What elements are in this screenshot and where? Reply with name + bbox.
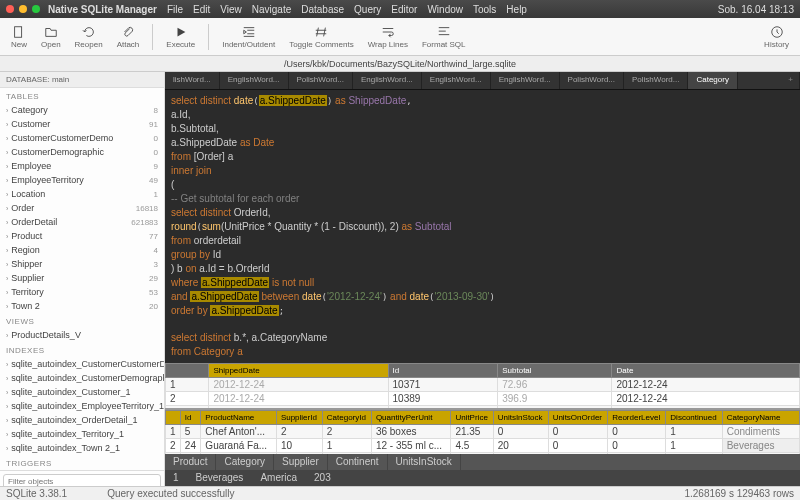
- menu-edit[interactable]: Edit: [193, 4, 210, 15]
- column-header[interactable]: CategoryName: [722, 410, 799, 424]
- table-item[interactable]: ›Supplier29: [0, 271, 164, 285]
- chevron-right-icon: ›: [6, 361, 8, 368]
- filter-input[interactable]: [3, 474, 161, 486]
- format-sql-button[interactable]: Format SQL: [417, 25, 471, 49]
- history-button[interactable]: History: [759, 25, 794, 49]
- add-tab-button[interactable]: +: [782, 72, 800, 89]
- table-item[interactable]: ›Customer91: [0, 117, 164, 131]
- editor-tab[interactable]: lishWord...: [165, 72, 220, 89]
- column-header[interactable]: Id: [180, 410, 201, 424]
- menu-navigate[interactable]: Navigate: [252, 4, 291, 15]
- table-item[interactable]: ›EmployeeTerritory49: [0, 173, 164, 187]
- editor-tab[interactable]: PolishWord...: [289, 72, 353, 89]
- close-icon[interactable]: [6, 5, 14, 13]
- index-item[interactable]: ›sqlite_autoindex_EmployeeTerritory_1: [0, 399, 164, 413]
- column-header[interactable]: ReorderLevel: [608, 410, 666, 424]
- menu-view[interactable]: View: [220, 4, 242, 15]
- menu-help[interactable]: Help: [506, 4, 527, 15]
- column-picker[interactable]: ProductCategorySupplierContinentUnitsInS…: [165, 454, 800, 470]
- toggle-comments-button[interactable]: Toggle Comments: [284, 25, 358, 49]
- picker-cell: America: [252, 470, 306, 486]
- table-item[interactable]: ›Employee9: [0, 159, 164, 173]
- table-row[interactable]: 22012-12-2410389396.92012-12-24: [166, 392, 800, 406]
- column-header[interactable]: ProductName: [201, 410, 277, 424]
- menu-query[interactable]: Query: [354, 4, 381, 15]
- editor-tab[interactable]: EnglishWord...: [220, 72, 289, 89]
- table-item[interactable]: ›Category8: [0, 103, 164, 117]
- index-item[interactable]: ›sqlite_autoindex_Customer_1: [0, 385, 164, 399]
- table-item[interactable]: ›OrderDetail621883: [0, 215, 164, 229]
- results-grid-1[interactable]: ShippedDateIdSubtotalDate12012-12-241037…: [165, 363, 800, 408]
- table-item[interactable]: ›Town 220: [0, 299, 164, 313]
- table-item[interactable]: ›Location1: [0, 187, 164, 201]
- svg-rect-0: [15, 26, 22, 37]
- index-item[interactable]: ›sqlite_autoindex_CustomerDemographic_1: [0, 371, 164, 385]
- new-button[interactable]: New: [6, 25, 32, 49]
- sql-editor[interactable]: select distinct date(a.ShippedDate) as S…: [165, 90, 800, 363]
- table-item[interactable]: ›Order16818: [0, 201, 164, 215]
- column-header[interactable]: [166, 364, 209, 378]
- chevron-right-icon: ›: [6, 163, 8, 170]
- picker-col[interactable]: Supplier: [274, 454, 328, 470]
- open-button[interactable]: Open: [36, 25, 66, 49]
- table-item[interactable]: ›Product77: [0, 229, 164, 243]
- column-header[interactable]: [166, 410, 181, 424]
- indent-button[interactable]: Indent/Outdent: [217, 25, 280, 49]
- app-name: Native SQLite Manager: [48, 4, 157, 15]
- picker-col[interactable]: Category: [216, 454, 274, 470]
- index-item[interactable]: ›sqlite_autoindex_OrderDetail_1: [0, 413, 164, 427]
- picker-col[interactable]: Product: [165, 454, 216, 470]
- index-item[interactable]: ›sqlite_autoindex_Territory_1: [0, 427, 164, 441]
- index-item[interactable]: ›sqlite_autoindex_Town 2_1: [0, 441, 164, 455]
- menu-tools[interactable]: Tools: [473, 4, 496, 15]
- table-item[interactable]: ›Shipper3: [0, 257, 164, 271]
- picker-col[interactable]: Continent: [328, 454, 388, 470]
- chevron-right-icon: ›: [6, 233, 8, 240]
- editor-tab[interactable]: Category: [688, 72, 737, 89]
- column-header[interactable]: SupplierId: [276, 410, 322, 424]
- menu-file[interactable]: File: [167, 4, 183, 15]
- attach-button[interactable]: Attach: [112, 25, 145, 49]
- table-row[interactable]: 15Chef Anton'...2236 boxes21.350001Condi…: [166, 424, 800, 438]
- section-views: VIEWS: [0, 313, 164, 328]
- menu-editor[interactable]: Editor: [391, 4, 417, 15]
- column-header[interactable]: CategoryId: [322, 410, 371, 424]
- column-header[interactable]: ShippedDate: [209, 364, 388, 378]
- chevron-right-icon: ›: [6, 275, 8, 282]
- table-row[interactable]: 12012-12-241037172.962012-12-24: [166, 378, 800, 392]
- wrap-lines-button[interactable]: Wrap Lines: [363, 25, 413, 49]
- minimize-icon[interactable]: [19, 5, 27, 13]
- column-header[interactable]: Id: [388, 364, 498, 378]
- table-item[interactable]: ›Region4: [0, 243, 164, 257]
- status-bar: SQLite 3.38.1 Query executed successfull…: [0, 486, 800, 500]
- index-item[interactable]: ›sqlite_autoindex_CustomerCustomerDemo_1: [0, 357, 164, 371]
- column-header[interactable]: Subtotal: [498, 364, 612, 378]
- picker-col[interactable]: UnitsInStock: [388, 454, 461, 470]
- column-header[interactable]: Discontinued: [666, 410, 722, 424]
- editor-tab[interactable]: PolishWord...: [624, 72, 688, 89]
- column-header[interactable]: UnitsOnOrder: [548, 410, 608, 424]
- table-item[interactable]: ›CustomerCustomerDemo0: [0, 131, 164, 145]
- chevron-right-icon: ›: [6, 107, 8, 114]
- editor-tab[interactable]: EnglishWord...: [491, 72, 560, 89]
- execute-button[interactable]: Execute: [161, 25, 200, 49]
- window-controls[interactable]: [6, 5, 40, 13]
- editor-tab[interactable]: EnglishWord...: [422, 72, 491, 89]
- menu-database[interactable]: Database: [301, 4, 344, 15]
- editor-tab[interactable]: EnglishWord...: [353, 72, 422, 89]
- table-item[interactable]: ›Territory53: [0, 285, 164, 299]
- table-item[interactable]: ›CustomerDemographic0: [0, 145, 164, 159]
- chevron-right-icon: ›: [6, 303, 8, 310]
- section-indexes: INDEXES: [0, 342, 164, 357]
- zoom-icon[interactable]: [32, 5, 40, 13]
- results-grid-2[interactable]: IdProductNameSupplierIdCategoryIdQuantit…: [165, 408, 800, 455]
- column-header[interactable]: Date: [612, 364, 800, 378]
- menu-window[interactable]: Window: [427, 4, 463, 15]
- table-row[interactable]: 224Guaraná Fa...10112 - 355 ml c...4.520…: [166, 438, 800, 452]
- column-header[interactable]: QuantityPerUnit: [371, 410, 450, 424]
- editor-tab[interactable]: PolishWord...: [560, 72, 624, 89]
- column-header[interactable]: UnitsInStock: [493, 410, 548, 424]
- column-header[interactable]: UnitPrice: [451, 410, 493, 424]
- view-item[interactable]: ›ProductDetails_V: [0, 328, 164, 342]
- reopen-button[interactable]: Reopen: [70, 25, 108, 49]
